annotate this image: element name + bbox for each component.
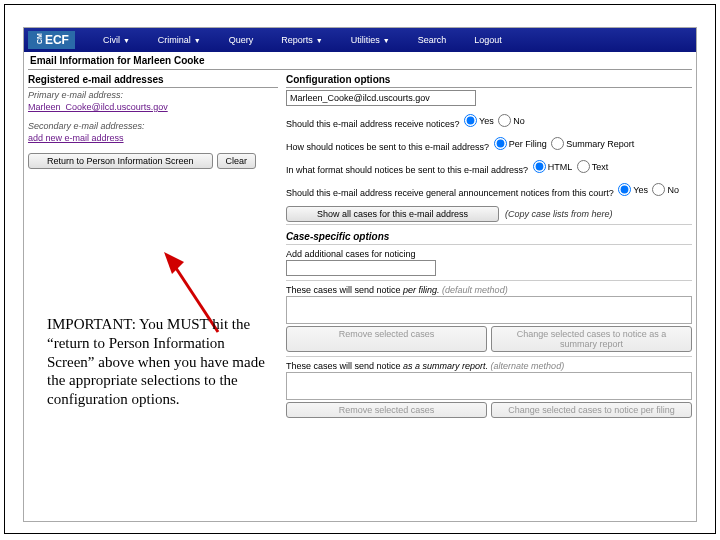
show-all-cases-button[interactable]: Show all cases for this e-mail address [286,206,499,222]
navbar: CMECF Civil▼ Criminal▼ Query Reports▼ Ut… [24,28,696,52]
copy-hint: (Copy case lists from here) [505,209,613,219]
annotation-text: IMPORTANT: You MUST hit the “return to P… [47,315,265,409]
summary-line: These cases will send notice as a summar… [286,361,692,371]
q1-yes[interactable]: Yes [464,114,494,127]
add-new-email-link[interactable]: add new e-mail address [28,133,124,143]
q3-label: In what format should notices be sent to… [286,165,528,175]
q1-label: Should this e-mail address receive notic… [286,119,460,129]
secondary-email-label: Secondary e-mail addresses: [28,121,278,131]
q2-summary[interactable]: Summary Report [551,137,634,150]
add-cases-label: Add additional cases for noticing [286,249,692,259]
summary-list[interactable] [286,372,692,400]
nav-logout[interactable]: Logout [460,35,516,45]
q4-yes[interactable]: Yes [618,183,648,196]
logo: CMECF [28,31,75,49]
change-to-per-filing-button[interactable]: Change selected cases to notice per fili… [491,402,692,418]
nav-query[interactable]: Query [215,35,268,45]
q3-html[interactable]: HTML [533,160,573,173]
clear-button[interactable]: Clear [217,153,257,169]
per-filing-list[interactable] [286,296,692,324]
q2-label: How should notices be sent to this e-mai… [286,142,489,152]
nav-reports[interactable]: Reports▼ [267,35,336,45]
nav-criminal[interactable]: Criminal▼ [144,35,215,45]
q2-per-filing[interactable]: Per Filing [494,137,547,150]
case-specific-heading: Case-specific options [286,231,692,242]
email-input[interactable] [286,90,476,106]
q4-label: Should this e-mail address receive gener… [286,188,614,198]
nav-civil[interactable]: Civil▼ [89,35,144,45]
return-button[interactable]: Return to Person Information Screen [28,153,213,169]
nav-utilities[interactable]: Utilities▼ [337,35,404,45]
remove-cases-button-2[interactable]: Remove selected cases [286,402,487,418]
primary-email-label: Primary e-mail address: [28,90,278,100]
primary-email-link[interactable]: Marleen_Cooke@ilcd.uscourts.gov [28,102,168,112]
per-filing-line: These cases will send notice per filing.… [286,285,692,295]
remove-cases-button-1[interactable]: Remove selected cases [286,326,487,352]
q3-text[interactable]: Text [577,160,609,173]
nav-search[interactable]: Search [404,35,461,45]
change-to-summary-button[interactable]: Change selected cases to notice as a sum… [491,326,692,352]
config-heading: Configuration options [286,74,692,85]
page-title: Email Information for Marleen Cooke [24,52,696,69]
q1-no[interactable]: No [498,114,525,127]
registered-heading: Registered e-mail addresses [28,74,278,85]
add-cases-input[interactable] [286,260,436,276]
q4-no[interactable]: No [652,183,679,196]
